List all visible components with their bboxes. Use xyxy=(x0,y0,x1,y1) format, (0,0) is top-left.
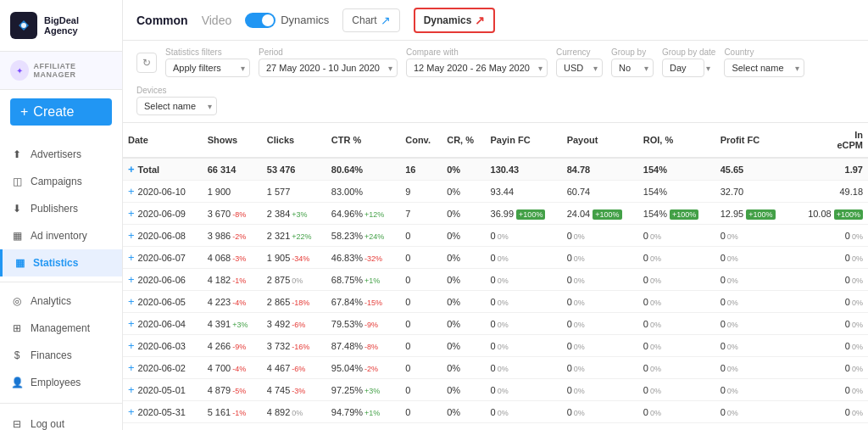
cell-profit: 00% xyxy=(715,423,792,431)
row-expand-0[interactable]: + xyxy=(128,185,135,198)
col-payout: Payout xyxy=(562,123,638,158)
devices-select[interactable]: Select name xyxy=(136,97,217,115)
group-by-date-wrapper: Day xyxy=(662,59,715,77)
logo-icon xyxy=(10,12,37,39)
cell-profit: 12.95 +100% xyxy=(715,203,792,225)
filter-group-by-date: Group by date Day xyxy=(662,47,715,77)
sidebar-item-publishers[interactable]: ⬇ Publishers xyxy=(0,195,122,222)
cell-cr: 0% xyxy=(442,225,485,247)
total-expand[interactable]: + xyxy=(128,163,135,176)
filters-bar: ↻ Statistics filters Apply filters Perio… xyxy=(123,41,868,123)
cell-ctr: 93.97%+9% xyxy=(326,423,400,431)
row-expand-2[interactable]: + xyxy=(128,229,135,242)
cell-payin: 00% xyxy=(486,269,562,291)
cell-shows: 3 670-8% xyxy=(203,203,262,225)
cell-roi: 00% xyxy=(638,379,715,401)
cell-ctr: 94.79%+1% xyxy=(326,401,400,423)
chart-button[interactable]: Chart ↗ xyxy=(342,8,399,32)
cell-date: +2020-06-03 xyxy=(123,335,203,357)
col-clicks: Clicks xyxy=(262,123,326,158)
row-expand-4[interactable]: + xyxy=(128,273,135,286)
filter-currency: Currency USD xyxy=(556,47,603,77)
total-clicks: 53 476 xyxy=(262,158,326,181)
currency-select[interactable]: USD xyxy=(556,59,603,77)
country-select[interactable]: Select name xyxy=(724,59,804,77)
refresh-button[interactable]: ↻ xyxy=(136,53,157,73)
sidebar-item-management[interactable]: ⊞ Management xyxy=(0,315,122,342)
row-expand-10[interactable]: + xyxy=(128,405,135,418)
table-row: +2020-05-30 5 2200% 4 905+9% 93.97%+9% 0… xyxy=(123,423,868,431)
currency-wrapper: USD xyxy=(556,59,603,77)
cell-shows: 4 391+3% xyxy=(203,313,262,335)
cell-payout: 00% xyxy=(562,291,638,313)
row-expand-8[interactable]: + xyxy=(128,361,135,374)
logo: BigDeal Agency xyxy=(0,0,122,52)
col-payin: Payin FC xyxy=(486,123,562,158)
compare-wrapper: 12 May 2020 - 26 May 2020 xyxy=(406,59,548,77)
row-expand-3[interactable]: + xyxy=(128,251,135,264)
sidebar-item-statistics[interactable]: ▦ Statistics xyxy=(0,249,122,276)
cell-profit: 00% xyxy=(715,401,792,423)
sidebar-item-campaigns[interactable]: ◫ Campaigns xyxy=(0,168,122,195)
period-select[interactable]: 27 May 2020 - 10 Jun 2020 xyxy=(259,59,398,77)
create-button[interactable]: + Create xyxy=(10,98,112,126)
cell-date: +2020-05-30 xyxy=(123,423,203,431)
cell-ctr: 79.53%-9% xyxy=(326,313,400,335)
devices-label: Devices xyxy=(136,86,217,95)
cell-conv: 0 xyxy=(400,335,442,357)
management-icon: ⊞ xyxy=(10,321,24,335)
cell-roi: 00% xyxy=(638,357,715,379)
cell-conv: 0 xyxy=(400,357,442,379)
dynamics-toggle[interactable] xyxy=(245,13,275,28)
row-expand-9[interactable]: + xyxy=(128,383,135,396)
sidebar-item-analytics[interactable]: ◎ Analytics xyxy=(0,288,122,315)
row-expand-5[interactable]: + xyxy=(128,295,135,308)
cell-cr: 0% xyxy=(442,357,485,379)
row-expand-6[interactable]: + xyxy=(128,317,135,330)
cell-payin: 00% xyxy=(486,225,562,247)
cell-roi: 00% xyxy=(638,269,715,291)
cell-date: +2020-06-02 xyxy=(123,357,203,379)
analytics-icon: ◎ xyxy=(10,294,24,308)
statistics-table: Date Shows Clicks CTR % Conv. CR, % Payi… xyxy=(123,123,868,430)
group-by-select[interactable]: No xyxy=(611,59,654,77)
cell-roi: 00% xyxy=(638,335,715,357)
compare-select[interactable]: 12 May 2020 - 26 May 2020 xyxy=(406,59,548,77)
cell-payout: 00% xyxy=(562,401,638,423)
row-expand-1[interactable]: + xyxy=(128,207,135,220)
apply-filters-select[interactable]: Apply filters xyxy=(165,59,250,77)
total-profit: 45.65 xyxy=(715,158,792,181)
cell-payout: 00% xyxy=(562,357,638,379)
cell-profit: 00% xyxy=(715,313,792,335)
finances-icon: $ xyxy=(10,349,24,362)
country-wrapper: Select name xyxy=(724,59,804,77)
cell-payout: 00% xyxy=(562,379,638,401)
table-row: +2020-06-04 4 391+3% 3 492-6% 79.53%-9% … xyxy=(123,313,868,335)
campaigns-icon: ◫ xyxy=(10,175,24,188)
tab-common[interactable]: Common xyxy=(136,10,188,31)
cell-ecpm: 00% xyxy=(792,269,868,291)
cell-profit: 00% xyxy=(715,225,792,247)
sidebar-item-advertisers[interactable]: ⬆ Advertisers xyxy=(0,141,122,168)
cell-roi: 00% xyxy=(638,225,715,247)
dynamics-button[interactable]: Dynamics ↗ xyxy=(414,8,496,33)
sidebar-item-employees[interactable]: 👤 Employees xyxy=(0,369,122,396)
cell-ecpm: 49.18 xyxy=(792,181,868,203)
sidebar-item-ad-inventory[interactable]: ▦ Ad inventory xyxy=(0,222,122,249)
cell-clicks: 2 321+22% xyxy=(262,225,326,247)
logout-button[interactable]: ⊟ Log out xyxy=(0,410,122,430)
row-expand-7[interactable]: + xyxy=(128,339,135,352)
cell-conv: 0 xyxy=(400,247,442,269)
cell-ecpm: 10.08 +100% xyxy=(792,203,868,225)
total-payin: 130.43 xyxy=(486,158,562,181)
tab-video[interactable]: Video xyxy=(202,10,232,31)
compare-label: Compare with xyxy=(406,47,548,57)
cell-profit: 32.70 xyxy=(715,181,792,203)
svg-point-1 xyxy=(21,23,26,28)
sidebar-item-finances[interactable]: $ Finances xyxy=(0,342,122,369)
cell-profit: 00% xyxy=(715,357,792,379)
cell-date: +2020-06-09 xyxy=(123,203,203,225)
group-by-date-select[interactable]: Day xyxy=(662,59,704,77)
col-conv: Conv. xyxy=(400,123,442,158)
cell-shows: 4 182-1% xyxy=(203,269,262,291)
